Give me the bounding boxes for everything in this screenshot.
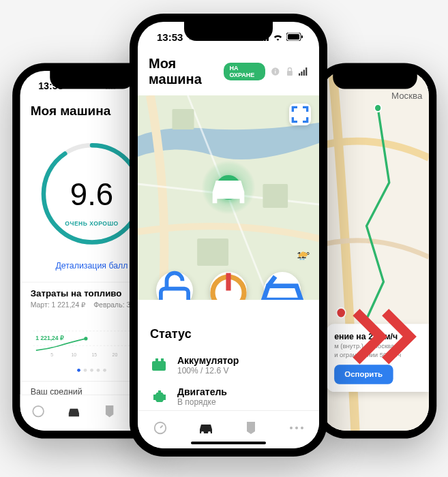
tab-car[interactable] xyxy=(194,416,218,440)
svg-rect-37 xyxy=(172,109,194,129)
map[interactable]: Москва ение на 27 км/ч м (внутр.), г. Мо… xyxy=(321,71,429,431)
svg-text:20: 20 xyxy=(113,352,118,357)
speed-alert: ение на 27 км/ч м (внутр.), г. Москва и … xyxy=(327,324,429,392)
info-icon[interactable] xyxy=(271,66,280,77)
svg-rect-23 xyxy=(264,35,266,41)
svg-point-30 xyxy=(275,69,275,70)
wifi-icon xyxy=(273,33,283,41)
svg-rect-49 xyxy=(161,358,164,361)
svg-text:10: 10 xyxy=(71,352,76,357)
car-marker[interactable] xyxy=(201,160,256,215)
expand-button[interactable] xyxy=(289,104,311,125)
svg-rect-22 xyxy=(261,37,263,41)
lock-icon[interactable] xyxy=(286,66,294,77)
status-bar: 13:53 xyxy=(138,22,319,52)
wifi-icon xyxy=(119,81,129,89)
svg-rect-38 xyxy=(263,184,288,208)
svg-text:15: 15 xyxy=(92,352,98,357)
header: Моя машина НА ОХРАНЕ xyxy=(138,52,319,95)
engine-icon xyxy=(151,389,168,404)
guard-badge: НА ОХРАНЕ xyxy=(224,63,265,80)
battery-status[interactable]: Аккумулятор 100% / 12.6 V xyxy=(150,350,307,381)
svg-rect-33 xyxy=(301,72,303,76)
tab-shield[interactable] xyxy=(239,416,263,440)
tab-dashboard[interactable] xyxy=(148,416,173,440)
svg-rect-35 xyxy=(306,67,308,76)
page-title: Моя машина xyxy=(149,56,224,87)
svg-rect-27 xyxy=(301,35,303,38)
svg-text:5: 5 xyxy=(50,352,53,357)
phone-right: Москва ение на 27 км/ч м (внутр.), г. Мо… xyxy=(314,63,437,439)
svg-point-56 xyxy=(295,427,298,429)
tab-more[interactable] xyxy=(284,416,309,440)
svg-line-52 xyxy=(160,425,163,428)
weather-icon xyxy=(297,251,310,260)
chevron-right-icon[interactable] xyxy=(334,303,429,371)
location-arrow-icon xyxy=(65,81,73,89)
battery-full-icon xyxy=(151,358,168,372)
location-arrow-icon xyxy=(185,33,194,41)
svg-point-11 xyxy=(84,337,87,340)
score-label: ОЧЕНЬ ХОРОШО xyxy=(65,220,118,227)
svg-point-17 xyxy=(33,405,44,416)
phone-center: 13:53 Моя машина НА ОХРАНЕ xyxy=(130,14,327,457)
temperature: 12° xyxy=(297,251,310,260)
svg-rect-24 xyxy=(267,33,269,41)
time-label: 13:53 xyxy=(157,31,183,43)
svg-rect-31 xyxy=(286,71,292,76)
map[interactable]: 12° Двери Завести Багажник xyxy=(138,95,319,300)
home-indicator[interactable] xyxy=(191,442,266,444)
tab-3[interactable] xyxy=(98,399,121,422)
svg-rect-21 xyxy=(258,38,260,41)
svg-rect-26 xyxy=(288,34,299,40)
svg-rect-29 xyxy=(275,71,275,74)
svg-point-53 xyxy=(201,431,204,434)
svg-rect-50 xyxy=(158,390,161,393)
svg-rect-0 xyxy=(106,87,108,89)
status-section: Статус Аккумулятор 100% / 12.6 V Двигате… xyxy=(138,300,319,410)
tab-2[interactable] xyxy=(62,399,85,422)
svg-point-55 xyxy=(290,427,293,429)
svg-rect-48 xyxy=(155,358,158,361)
svg-point-8 xyxy=(43,145,140,242)
svg-rect-47 xyxy=(152,361,166,371)
trunk-button[interactable]: Багажник xyxy=(264,272,301,300)
svg-rect-32 xyxy=(299,74,300,76)
fuel-march: Март: 1 221,24 ₽ xyxy=(31,301,86,309)
city-label: Москва xyxy=(391,90,422,100)
page-title: Моя машина xyxy=(31,103,110,118)
svg-rect-34 xyxy=(303,70,305,75)
svg-rect-2 xyxy=(111,83,113,89)
car-icon xyxy=(201,160,256,215)
svg-point-57 xyxy=(301,427,303,429)
svg-point-59 xyxy=(374,104,381,112)
svg-rect-1 xyxy=(108,85,110,89)
trunk-icon xyxy=(192,267,319,301)
time-label: 13:53 xyxy=(38,80,63,91)
tab-1[interactable] xyxy=(27,399,50,422)
status-title: Статус xyxy=(150,327,307,341)
svg-rect-39 xyxy=(197,238,228,266)
signal-strength-icon xyxy=(299,67,308,76)
signal-icon xyxy=(106,81,116,89)
battery-icon xyxy=(286,33,303,41)
svg-point-54 xyxy=(208,431,211,434)
signal-icon xyxy=(258,33,269,41)
engine-status[interactable]: Двигатель В порядке xyxy=(150,381,307,410)
svg-rect-3 xyxy=(113,81,115,89)
